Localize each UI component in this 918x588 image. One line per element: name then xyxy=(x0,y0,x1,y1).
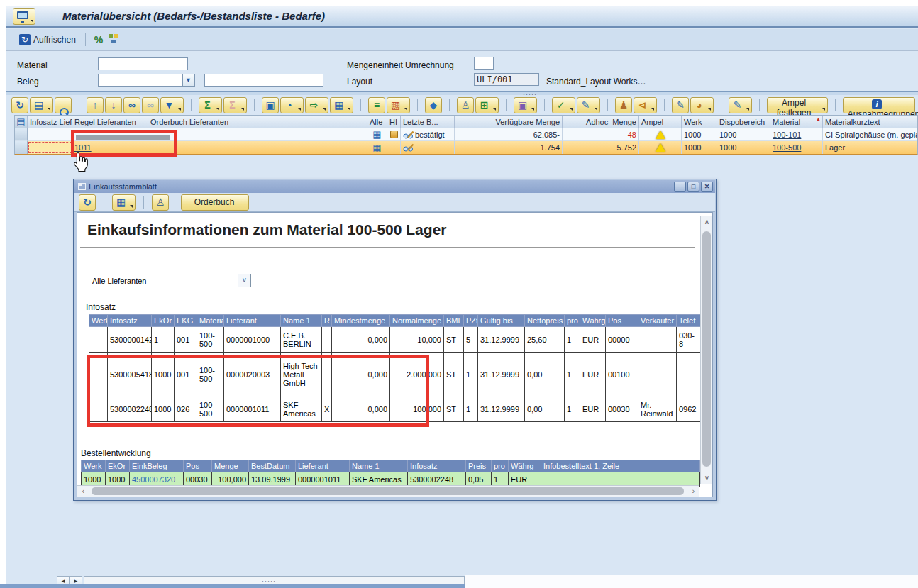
cell-material[interactable]: 100-101 xyxy=(770,128,823,141)
toolbar-button-edit-layout[interactable]: ✎ xyxy=(729,97,752,113)
hierarchy-icon[interactable] xyxy=(106,33,121,47)
column-header[interactable]: Mindestmenge xyxy=(332,315,390,327)
layout-input[interactable] xyxy=(474,73,539,86)
cell-verfuegbar[interactable]: 62.085- xyxy=(455,128,563,141)
column-header[interactable]: Menge xyxy=(212,460,249,472)
column-header-material[interactable]: Material▲ xyxy=(770,116,823,128)
unit-conversion-input[interactable] xyxy=(474,57,494,70)
po-number-link[interactable]: 4500007320 xyxy=(130,472,184,487)
cell-orderbuch[interactable] xyxy=(148,141,367,154)
horizontal-scroll-thumb[interactable] xyxy=(92,487,684,495)
minimize-button[interactable]: _ xyxy=(674,182,686,192)
cell-werk[interactable]: 1000 xyxy=(682,128,717,141)
column-header-adhoc[interactable]: Adhoc_Menge xyxy=(563,116,639,128)
column-header[interactable]: Währg xyxy=(580,315,606,327)
toolbar-button-detail[interactable]: ▤ xyxy=(30,97,53,113)
column-header-werk[interactable]: Werk xyxy=(682,116,717,128)
toolbar-button-refresh[interactable]: ↻ xyxy=(11,97,28,113)
orderbuch-button[interactable]: Orderbuch xyxy=(181,194,249,211)
vertical-scroll-thumb[interactable] xyxy=(702,231,711,467)
dialog-title-bar[interactable]: Einkaufsstammblatt _ □ ✕ xyxy=(74,180,715,193)
beleg-input[interactable] xyxy=(98,74,195,87)
scroll-up-icon[interactable]: ∧ xyxy=(701,216,713,228)
column-header[interactable]: Nettopreis xyxy=(525,315,565,327)
dialog-refresh-button[interactable]: ↻ xyxy=(79,194,96,211)
column-header[interactable]: Name 1 xyxy=(350,460,408,472)
toolbar-button-user-settings[interactable]: ♙ xyxy=(457,97,474,113)
column-header[interactable]: pro xyxy=(492,460,509,472)
percent-check-icon[interactable]: % xyxy=(92,33,106,47)
cell-hi[interactable] xyxy=(387,128,401,141)
column-header[interactable]: R xyxy=(322,315,332,327)
dialog-layout-button[interactable]: ▦ xyxy=(112,194,136,211)
cell-alle[interactable]: ▦ xyxy=(367,141,387,154)
column-header[interactable]: Normalmenge xyxy=(390,315,444,327)
select-all-header[interactable]: ▤ xyxy=(15,116,28,128)
column-header-regel[interactable]: Regel Lieferanten xyxy=(72,116,148,128)
column-header-alle[interactable]: Alle xyxy=(367,116,387,128)
column-header[interactable]: Währg xyxy=(509,460,541,472)
cell-ampel[interactable] xyxy=(639,128,682,141)
toolbar-button-window-view[interactable]: ▣ xyxy=(514,97,537,113)
toolbar-button-find[interactable]: ∞ xyxy=(123,97,140,113)
cell-material[interactable]: 100-500 xyxy=(770,141,823,154)
column-header[interactable]: Material xyxy=(197,315,224,327)
regel-lieferanten-link[interactable]: 1011 xyxy=(74,143,92,152)
column-header-verfuegbar[interactable]: Verfügbare Menge xyxy=(455,116,563,128)
column-header[interactable]: BME xyxy=(444,315,464,327)
column-header[interactable]: Infobestelltext 1. Zeile xyxy=(541,460,700,472)
column-header-letzte[interactable]: Letzte B... xyxy=(401,116,455,128)
material-link[interactable]: 100-500 xyxy=(773,143,801,152)
cell-kurztext[interactable]: Lager xyxy=(823,141,917,154)
dialog-vendor-button[interactable]: ♙ xyxy=(152,194,169,211)
column-header[interactable]: EKG xyxy=(175,315,197,327)
column-header[interactable]: Name 1 xyxy=(281,315,322,327)
cell-alle[interactable]: ▦ xyxy=(367,128,387,141)
column-header-ampel[interactable]: Ampel xyxy=(639,116,682,128)
toolbar-button-search[interactable] xyxy=(55,97,72,113)
column-header-kurztext[interactable]: Materialkurztext xyxy=(823,116,917,128)
toolbar-button-sort-descending[interactable]: ↓ xyxy=(105,97,122,113)
toolbar-button-sum[interactable]: Σ xyxy=(199,97,222,113)
dialog-horizontal-scrollbar[interactable]: ‹ › xyxy=(77,485,699,497)
scroll-left-icon[interactable]: ‹ xyxy=(77,486,89,497)
column-header[interactable]: Pos xyxy=(184,460,212,472)
toolbar-button-vendors[interactable]: ♟ xyxy=(615,97,632,113)
column-header-hi[interactable]: HI xyxy=(387,116,401,128)
maximize-button[interactable]: □ xyxy=(687,182,699,192)
column-header[interactable]: Infosatz xyxy=(408,460,466,472)
toolbar-button-chart[interactable]: ◕ xyxy=(690,97,714,113)
cell-kurztext[interactable]: CI Spiralgehäuse (m. geplant xyxy=(823,128,917,141)
beleg-value-input[interactable] xyxy=(204,74,323,87)
cell-verfuegbar[interactable]: 1.754 xyxy=(455,141,563,154)
toolbar-button-legend[interactable]: ≡ xyxy=(368,97,385,113)
column-header-dispo[interactable]: Dispobereich xyxy=(717,116,770,128)
material-input[interactable] xyxy=(98,57,188,70)
material-link[interactable]: 100-101 xyxy=(773,131,801,139)
row-selector[interactable] xyxy=(15,141,28,154)
window-menu-button[interactable] xyxy=(13,8,35,25)
toolbar-button-print[interactable]: ▣ xyxy=(262,97,279,113)
toolbar-button-graphic[interactable]: ▧ xyxy=(387,97,410,113)
cell-hi[interactable] xyxy=(387,141,401,154)
cell-dispo[interactable]: 1000 xyxy=(717,128,770,141)
column-header[interactable]: PZt xyxy=(464,315,478,327)
column-header[interactable]: pro xyxy=(565,315,580,327)
column-header[interactable]: Pos xyxy=(606,315,638,327)
beleg-dropdown-arrow-icon[interactable]: ▼ xyxy=(182,74,194,87)
column-header[interactable]: Lieferant xyxy=(224,315,281,327)
cell-werk[interactable]: 1000 xyxy=(682,141,717,154)
cell-adhoc[interactable]: 48 xyxy=(563,128,639,141)
toolbar-button-print-preview[interactable]: ◔ xyxy=(280,97,304,113)
toolbar-button-edit-note[interactable]: ✎ xyxy=(672,97,689,113)
column-header[interactable]: Werk xyxy=(82,460,106,472)
dialog-vertical-scrollbar[interactable]: ∧ ∨ xyxy=(700,216,712,484)
cell-orderbuch[interactable] xyxy=(148,128,367,141)
close-button[interactable]: ✕ xyxy=(701,182,713,192)
cell-dispo[interactable]: 1000 xyxy=(717,141,770,154)
toolbar-button-append-rows[interactable]: ⊞ xyxy=(475,97,499,113)
column-header-orderbuch[interactable]: Orderbuch Lieferanten xyxy=(148,116,367,128)
scroll-down-icon[interactable]: ∨ xyxy=(701,472,713,484)
column-header[interactable]: Preis xyxy=(466,460,492,472)
cell-ampel[interactable] xyxy=(639,141,682,154)
